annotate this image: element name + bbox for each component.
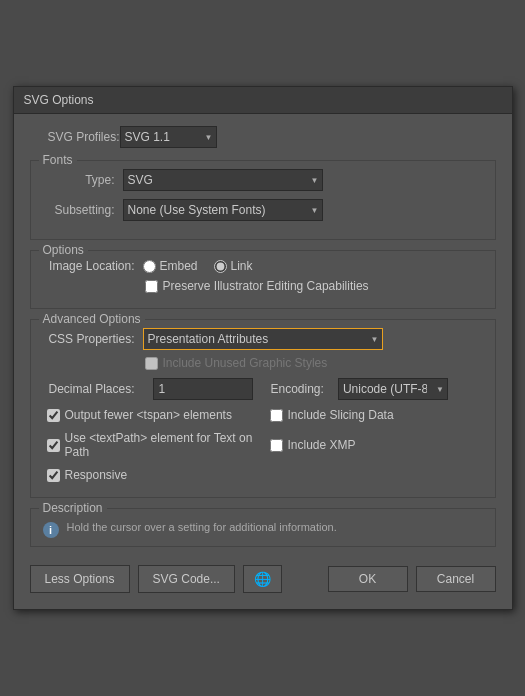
css-label: CSS Properties: bbox=[43, 332, 143, 346]
dialog-title: SVG Options bbox=[14, 87, 512, 114]
css-properties-row: CSS Properties: Presentation Attributes … bbox=[43, 328, 483, 350]
less-options-button[interactable]: Less Options bbox=[30, 565, 130, 593]
svg-code-button[interactable]: SVG Code... bbox=[138, 565, 235, 593]
responsive-checkbox[interactable] bbox=[47, 469, 60, 482]
use-textpath-label: Use <textPath> element for Text on Path bbox=[65, 431, 260, 459]
ok-button[interactable]: OK bbox=[328, 566, 408, 592]
options-section-label: Options bbox=[39, 243, 88, 257]
use-textpath-checkbox[interactable] bbox=[47, 439, 60, 452]
svg-profiles-row: SVG Profiles: SVG 1.1 SVG 1.0 SVG Tiny 1… bbox=[30, 126, 496, 148]
responsive-label: Responsive bbox=[65, 468, 128, 482]
output-tspan-checkbox-label[interactable]: Output fewer <tspan> elements bbox=[47, 408, 260, 422]
css-properties-select[interactable]: Presentation Attributes Style Attributes… bbox=[143, 328, 383, 350]
type-label: Type: bbox=[43, 173, 123, 187]
responsive-checkbox-label[interactable]: Responsive bbox=[47, 468, 260, 482]
decimal-label: Decimal Places: bbox=[43, 382, 143, 396]
subsetting-select-wrapper: None (Use System Fonts) Only Glyphs Used… bbox=[123, 199, 323, 221]
decimal-input[interactable] bbox=[153, 378, 253, 400]
subsetting-label: Subsetting: bbox=[43, 203, 123, 217]
include-xmp-label: Include XMP bbox=[288, 438, 356, 452]
encoding-select-wrapper: Unicode (UTF-8) ISO-8859-1 UTF-16 bbox=[338, 378, 448, 400]
encoding-label: Encoding: bbox=[271, 382, 324, 396]
left-buttons: Less Options SVG Code... 🌐 bbox=[30, 565, 282, 593]
preserve-checkbox-label[interactable]: Preserve Illustrator Editing Capabilitie… bbox=[145, 279, 483, 293]
embed-label: Embed bbox=[160, 259, 198, 273]
output-tspan-checkbox[interactable] bbox=[47, 409, 60, 422]
preserve-label: Preserve Illustrator Editing Capabilitie… bbox=[163, 279, 369, 293]
embed-radio[interactable] bbox=[143, 260, 156, 273]
svg-profiles-select[interactable]: SVG 1.1 SVG 1.0 SVG Tiny 1.1 SVG Tiny 1.… bbox=[120, 126, 217, 148]
preserve-checkbox[interactable] bbox=[145, 280, 158, 293]
css-select-wrapper: Presentation Attributes Style Attributes… bbox=[143, 328, 383, 350]
description-content: i Hold the cursor over a setting for add… bbox=[43, 517, 483, 538]
embed-radio-label[interactable]: Embed bbox=[143, 259, 198, 273]
link-radio[interactable] bbox=[214, 260, 227, 273]
svg-profiles-select-wrapper: SVG 1.1 SVG 1.0 SVG Tiny 1.1 SVG Tiny 1.… bbox=[120, 126, 217, 148]
cancel-button[interactable]: Cancel bbox=[416, 566, 496, 592]
unused-styles-label: Include Unused Graphic Styles bbox=[163, 356, 328, 370]
preserve-row: Preserve Illustrator Editing Capabilitie… bbox=[43, 279, 483, 293]
type-row: Type: SVG CEF Outline bbox=[43, 169, 483, 191]
options-section: Options Image Location: Embed Link bbox=[30, 250, 496, 309]
unused-styles-row: Include Unused Graphic Styles bbox=[43, 356, 483, 370]
svg-profiles-label: SVG Profiles: bbox=[30, 130, 120, 144]
link-radio-label[interactable]: Link bbox=[214, 259, 253, 273]
subsetting-row: Subsetting: None (Use System Fonts) Only… bbox=[43, 199, 483, 221]
include-xmp-checkbox[interactable] bbox=[270, 439, 283, 452]
encoding-select[interactable]: Unicode (UTF-8) ISO-8859-1 UTF-16 bbox=[338, 378, 448, 400]
description-section: Description i Hold the cursor over a set… bbox=[30, 508, 496, 547]
subsetting-select[interactable]: None (Use System Fonts) Only Glyphs Used… bbox=[123, 199, 323, 221]
output-tspan-label: Output fewer <tspan> elements bbox=[65, 408, 232, 422]
include-slicing-checkbox[interactable] bbox=[270, 409, 283, 422]
svg-options-dialog: SVG Options SVG Profiles: SVG 1.1 SVG 1.… bbox=[13, 86, 513, 610]
advanced-options-section: Advanced Options CSS Properties: Present… bbox=[30, 319, 496, 498]
advanced-section-label: Advanced Options bbox=[39, 312, 145, 326]
use-textpath-checkbox-label[interactable]: Use <textPath> element for Text on Path bbox=[47, 431, 260, 459]
unused-styles-checkbox-label: Include Unused Graphic Styles bbox=[145, 356, 483, 370]
description-text: Hold the cursor over a setting for addit… bbox=[67, 521, 337, 533]
image-location-label: Image Location: bbox=[43, 259, 143, 273]
include-slicing-checkbox-label[interactable]: Include Slicing Data bbox=[270, 408, 483, 422]
link-label: Link bbox=[231, 259, 253, 273]
checkboxes-grid: Output fewer <tspan> elements Include Sl… bbox=[43, 408, 483, 487]
button-row: Less Options SVG Code... 🌐 OK Cancel bbox=[30, 559, 496, 597]
description-section-label: Description bbox=[39, 501, 107, 515]
type-select-wrapper: SVG CEF Outline bbox=[123, 169, 323, 191]
globe-button[interactable]: 🌐 bbox=[243, 565, 282, 593]
include-slicing-label: Include Slicing Data bbox=[288, 408, 394, 422]
fonts-section: Fonts Type: SVG CEF Outline Subsetting: … bbox=[30, 160, 496, 240]
type-select[interactable]: SVG CEF Outline bbox=[123, 169, 323, 191]
info-icon: i bbox=[43, 522, 59, 538]
image-location-radio-group: Embed Link bbox=[143, 259, 253, 273]
include-xmp-checkbox-label[interactable]: Include XMP bbox=[270, 431, 483, 459]
unused-styles-checkbox bbox=[145, 357, 158, 370]
image-location-row: Image Location: Embed Link bbox=[43, 259, 483, 273]
right-buttons: OK Cancel bbox=[328, 566, 496, 592]
decimal-encoding-row: Decimal Places: Encoding: Unicode (UTF-8… bbox=[43, 378, 483, 400]
fonts-section-label: Fonts bbox=[39, 153, 77, 167]
